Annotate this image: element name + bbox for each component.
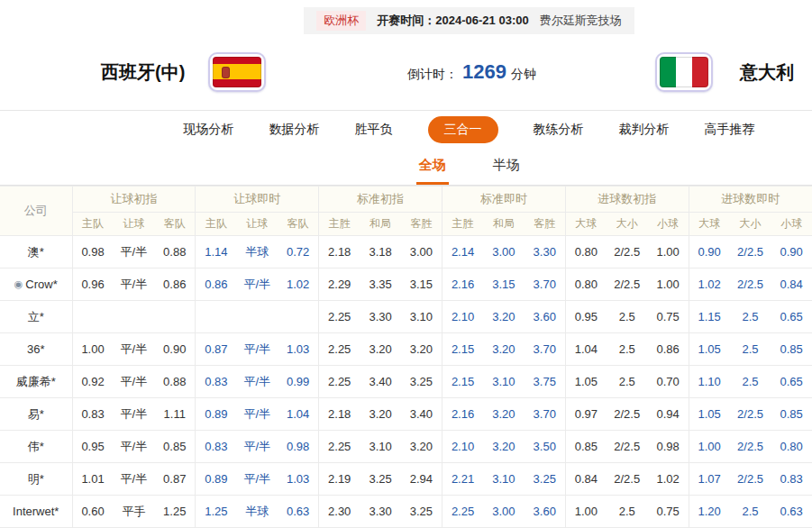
nav-tab-three-in-one[interactable]: 三合一: [428, 116, 498, 143]
odds-cell: 1.14: [196, 236, 237, 269]
table-row: 威廉希*0.92平/半0.880.83平/半0.992.253.403.252.…: [0, 366, 812, 398]
nav-tab-live-analysis[interactable]: 现场分析: [184, 122, 234, 138]
odds-cell: 1.25: [154, 496, 196, 528]
odds-cell: 3.60: [525, 301, 566, 333]
table-sub-header-row: 主队让球客队主队让球客队主胜和局客胜主胜和局客胜大球大小小球大球大小小球: [0, 213, 812, 236]
odds-cell: 平/半: [114, 463, 155, 496]
company-cell[interactable]: 易*: [0, 398, 72, 431]
col-standard-live-3: 客胜: [525, 213, 566, 236]
odds-cell: 0.86: [154, 269, 196, 301]
away-team-name: 意大利: [740, 60, 794, 85]
odds-cell: 0.65: [771, 366, 812, 398]
odds-cell: 0.85: [154, 431, 196, 463]
odds-cell: 0.80: [771, 431, 812, 463]
odds-cell: [196, 301, 237, 333]
odds-cell: 3.15: [483, 269, 525, 301]
odds-cell: 1.00: [648, 269, 689, 301]
nav-tab-win-draw-loss[interactable]: 胜平负: [355, 122, 393, 138]
venue-name: 费尔廷斯竞技场: [540, 13, 622, 29]
col-group-goals-live: 进球数即时: [689, 187, 812, 213]
nav-tab-referee-analysis[interactable]: 裁判分析: [619, 122, 670, 138]
odds-cell: 0.63: [771, 496, 812, 528]
company-cell[interactable]: 立*: [0, 301, 72, 333]
odds-cell: 2.25: [442, 496, 483, 528]
table-row: 伟*0.95平/半0.850.83平/半0.982.253.103.202.10…: [0, 431, 812, 463]
col-handicap-live-1: 主队: [196, 213, 237, 236]
col-group-handicap-live: 让球即时: [196, 187, 319, 213]
odds-cell: 2.18: [319, 398, 360, 431]
company-cell[interactable]: 威廉希*: [0, 366, 72, 398]
nav-tab-data-analysis[interactable]: 数据分析: [269, 122, 320, 138]
odds-cell: 0.86: [196, 269, 237, 301]
company-cell[interactable]: 36*: [0, 333, 72, 366]
odds-cell: 3.40: [360, 366, 401, 398]
odds-cell: 0.90: [771, 236, 812, 269]
odds-cell: 0.89: [196, 398, 237, 431]
odds-cell: 3.20: [401, 431, 442, 463]
odds-cell: 1.10: [689, 366, 730, 398]
table-row: Interwet*0.60平手1.251.25半球0.632.303.303.2…: [0, 496, 812, 528]
odds-cell: 0.95: [72, 431, 114, 463]
odds-table-body: 澳*0.98平/半0.881.14半球0.722.183.183.002.143…: [0, 236, 812, 528]
col-standard-initial-2: 和局: [360, 213, 401, 236]
odds-cell: 平/半: [114, 333, 155, 366]
odds-cell: 0.63: [278, 496, 319, 528]
odds-cell: 平/半: [114, 398, 155, 431]
col-goals-initial-3: 小球: [648, 213, 689, 236]
odds-cell: 1.02: [278, 269, 319, 301]
odds-cell: 3.25: [360, 463, 401, 496]
col-handicap-initial-1: 主队: [72, 213, 114, 236]
odds-cell: 2/2.5: [607, 398, 648, 431]
odds-cell: 0.83: [72, 398, 114, 431]
company-cell[interactable]: 明*: [0, 463, 72, 496]
table-row: 易*0.83平/半1.110.89平/半1.042.183.203.402.16…: [0, 398, 812, 431]
odds-cell: 0.98: [72, 236, 114, 269]
match-info-bar-wrap: 欧洲杯 开赛时间：2024-06-21 03:00 费尔廷斯竞技场: [0, 0, 812, 34]
odds-cell: 0.92: [72, 366, 114, 398]
odds-cell: 0.90: [689, 236, 730, 269]
odds-cell: 0.83: [196, 431, 237, 463]
odds-cell: 3.00: [483, 236, 525, 269]
scope-tabs: 全场半场: [0, 148, 812, 186]
odds-cell: 半球: [236, 496, 278, 528]
odds-cell: 1.02: [689, 269, 730, 301]
col-goals-live-3: 小球: [771, 213, 812, 236]
company-header: 公司: [0, 187, 72, 236]
company-cell[interactable]: ◉Crow*: [0, 269, 72, 301]
odds-cell: 1.01: [72, 463, 114, 496]
odds-cell: 2.16: [442, 398, 483, 431]
company-icon: ◉: [14, 278, 23, 289]
scope-tab-half-match[interactable]: 半场: [490, 148, 523, 185]
league-badge: 欧洲杯: [316, 11, 366, 31]
col-standard-initial-3: 客胜: [401, 213, 442, 236]
odds-cell: 2.15: [442, 333, 483, 366]
scope-tab-full-match[interactable]: 全场: [416, 148, 449, 185]
col-goals-initial-2: 大小: [607, 213, 648, 236]
odds-cell: 0.87: [196, 333, 237, 366]
odds-cell: 0.97: [565, 398, 607, 431]
odds-cell: 2/2.5: [730, 463, 771, 496]
odds-cell: 3.30: [360, 301, 401, 333]
odds-cell: 2.18: [319, 236, 360, 269]
company-cell[interactable]: 澳*: [0, 236, 72, 269]
away-team: 意大利: [655, 52, 794, 92]
odds-cell: 2/2.5: [607, 431, 648, 463]
odds-cell: 平/半: [236, 398, 278, 431]
odds-cell: 2.25: [319, 301, 360, 333]
home-team-name: 西班牙(中): [101, 60, 185, 85]
odds-cell: 2/2.5: [730, 431, 771, 463]
col-handicap-live-2: 让球: [236, 213, 278, 236]
nav-tab-coach-analysis[interactable]: 教练分析: [534, 122, 584, 138]
italy-flag-icon: [655, 52, 713, 92]
odds-cell: 0.88: [154, 366, 196, 398]
table-row: ◉Crow*0.96平/半0.860.86平/半1.022.293.353.15…: [0, 269, 812, 301]
company-cell[interactable]: Interwet*: [0, 496, 72, 528]
odds-cell: 2/2.5: [607, 269, 648, 301]
odds-cell: 2.5: [730, 333, 771, 366]
company-cell[interactable]: 伟*: [0, 431, 72, 463]
nav-tab-expert-picks[interactable]: 高手推荐: [705, 122, 755, 138]
odds-cell: 2.10: [442, 301, 483, 333]
odds-cell: 3.00: [483, 496, 525, 528]
odds-cell: 0.60: [72, 496, 114, 528]
odds-cell: [72, 301, 114, 333]
